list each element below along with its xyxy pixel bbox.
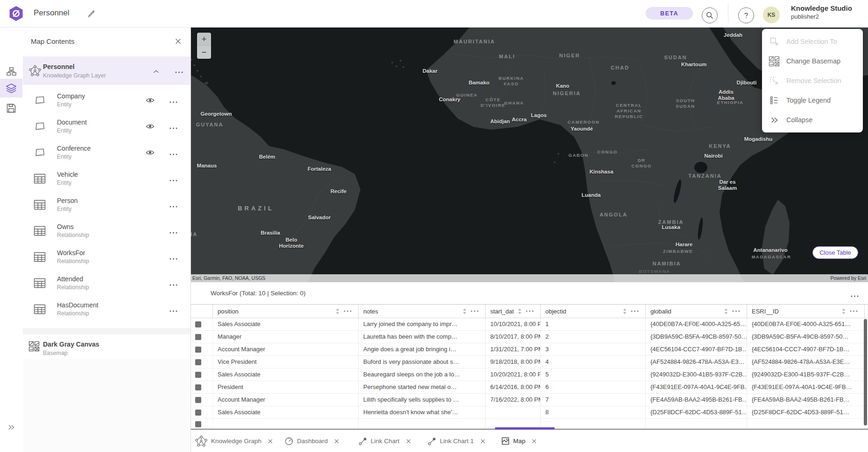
sort-icon[interactable] [623,308,627,314]
layer-item-person[interactable]: PersonEntity [23,192,191,218]
sort-icon[interactable] [518,308,522,314]
column-options-button[interactable] [732,310,740,312]
row-checkbox[interactable] [195,359,201,365]
cell-esri_id: {4EC56104-CCC7-4907-BF7D-1B… [747,343,865,355]
tab-map[interactable]: Map [501,430,536,452]
cell-objectid: 8 [541,406,646,418]
avatar[interactable]: KS [763,7,780,23]
city-label: Kano [556,83,570,89]
layer-item-options-button[interactable] [168,228,179,235]
cell-objectid [541,419,646,429]
layer-item-options-button[interactable] [168,150,179,156]
column-options-button[interactable] [344,310,352,312]
close-icon[interactable] [174,38,182,46]
sort-icon[interactable] [724,308,728,314]
sort-icon[interactable] [842,308,846,314]
layer-item-options-button[interactable] [168,176,179,182]
column-header-position[interactable]: position [213,305,359,318]
row-checkbox[interactable] [195,347,201,353]
column-options-button[interactable] [850,310,858,312]
layer-item-options-button[interactable] [168,124,179,130]
cell-esri_id: {F43E91EE-097A-40A1-9C4E-9FB… [747,381,865,393]
tab-close-button[interactable] [406,439,411,444]
column-header-start_date[interactable]: start_date [486,305,541,318]
row-checkbox[interactable] [195,372,201,378]
layer-item-conference[interactable]: ConferenceEntity [23,140,191,166]
tab-close-button[interactable] [480,439,485,444]
layer-item-options-button[interactable] [168,202,179,209]
row-checkbox[interactable] [195,321,201,327]
row-checkbox[interactable] [195,384,201,390]
select-all-header-cell[interactable] [191,305,213,318]
sort-icon[interactable] [336,308,339,314]
tab-link-chart[interactable]: Link Chart [359,430,411,452]
table-row[interactable]: Vice PresidentBuford is very passionate … [191,356,868,369]
menu-item-toggle-legend[interactable]: Toggle Legend [762,90,863,110]
row-checkbox[interactable] [195,421,201,427]
search-button[interactable] [702,7,718,23]
layer-options-button[interactable] [173,67,184,75]
zoom-in-button[interactable]: + [197,33,211,46]
table-scrollbar[interactable] [864,319,867,425]
table-row[interactable]: Sales AssociateBeauregard sleeps on the … [191,369,868,381]
edit-icon[interactable] [86,9,97,20]
ellipsis-icon [169,180,177,181]
chevron-up-icon[interactable] [151,67,161,75]
layer-item-options-button[interactable] [168,280,179,287]
layer-item-owns[interactable]: OwnsRelationship [23,218,191,244]
tab-knowledge-graph[interactable]: Knowledge Graph [195,430,273,452]
layer-basemap[interactable]: Dark Gray Canvas Basemap [23,334,191,360]
layer-item-options-button[interactable] [168,254,179,261]
tab-link-chart-1[interactable]: Link Chart 1 [428,430,485,452]
table-row[interactable]: Sales AssociateHenrietta doesn't know wh… [191,406,868,419]
rail-button-save[interactable] [0,99,22,118]
layer-item-vehicle[interactable]: VehicleEntity [23,166,191,192]
tab-close-button[interactable] [334,439,339,444]
data-model-icon [7,67,16,76]
rail-button-data-model[interactable] [0,62,22,81]
column-header-objectid[interactable]: objectid [541,305,646,318]
polygon-icon [34,95,46,106]
layer-item-options-button[interactable] [168,97,179,104]
column-header-globalid[interactable]: globalid [646,305,747,318]
cell-objectid: 2 [541,331,646,343]
column-options-button[interactable] [631,310,639,312]
country-label: ANGOLA [600,212,628,218]
layer-personnel[interactable]: Personnel Knowledge Graph Layer [23,57,191,85]
layer-item-attended[interactable]: AttendedRelationship [23,271,191,297]
visibility-toggle[interactable] [144,97,155,104]
column-options-button[interactable] [526,310,534,312]
menu-item-change-basemap[interactable]: Change Basemap [762,51,863,71]
row-checkbox[interactable] [195,410,201,416]
table-row[interactable]: ManagerLauretta has been with the comp…8… [191,331,868,343]
tab-close-button[interactable] [268,439,273,444]
layer-item-subtitle: Relationship [57,232,89,238]
menu-item-collapse[interactable]: Collapse [762,110,863,130]
table-row[interactable]: PresidentPersephone started new metal o…… [191,381,868,394]
row-checkbox[interactable] [195,397,201,403]
close-table-button[interactable]: Close Table [812,246,858,259]
layer-item-company[interactable]: CompanyEntity [23,88,191,114]
zoom-out-button[interactable]: − [197,46,211,59]
tab-dashboard[interactable]: Dashboard [285,430,339,452]
layer-item-worksfor[interactable]: WorksForRelationship [23,244,191,271]
table-options-button[interactable] [851,292,859,299]
expand-panel-button[interactable] [0,418,22,437]
rail-button-layers[interactable] [0,79,22,97]
row-checkbox[interactable] [195,334,201,340]
column-header-esri_id[interactable]: ESRI__ID [747,305,865,318]
column-header-notes[interactable]: notes [359,305,486,318]
table-row[interactable]: Sales AssociateLarry joined the company … [191,318,868,331]
help-button[interactable] [738,7,754,23]
layer-item-options-button[interactable] [168,306,179,313]
visibility-toggle[interactable] [144,149,155,157]
column-label: ESRI__ID [752,308,779,315]
sort-icon[interactable] [463,308,466,314]
table-row[interactable]: Account ManagerAngie does a great job br… [191,343,868,356]
table-row[interactable]: Account ManagerLilith specifically sells… [191,394,868,406]
visibility-toggle[interactable] [144,123,155,131]
layer-item-document[interactable]: DocumentEntity [23,114,191,140]
column-options-button[interactable] [471,310,479,312]
layer-item-hasdocument[interactable]: HasDocumentRelationship [23,297,191,323]
tab-close-button[interactable] [532,439,536,444]
